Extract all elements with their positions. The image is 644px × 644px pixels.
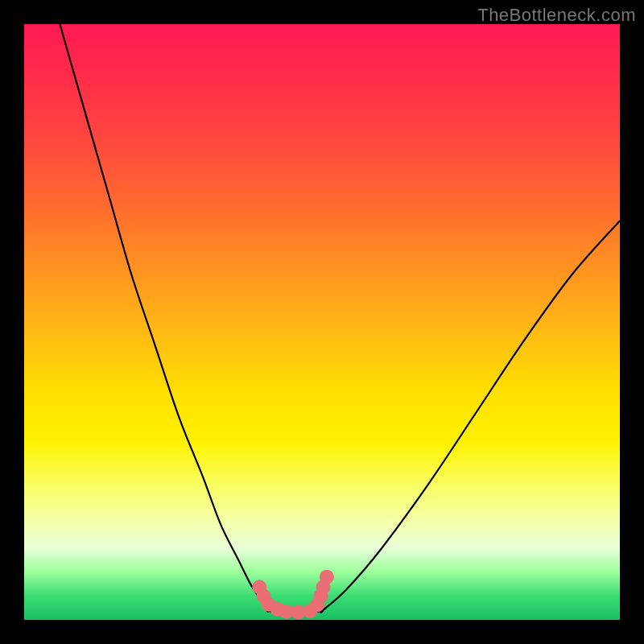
chart-frame: TheBottleneck.com xyxy=(0,0,644,644)
bottleneck-curve xyxy=(60,24,620,614)
curve-group xyxy=(60,24,620,614)
watermark-text: TheBottleneck.com xyxy=(477,5,636,26)
highlight-dot xyxy=(320,570,334,584)
plot-area xyxy=(24,24,620,620)
curve-svg xyxy=(24,24,620,620)
